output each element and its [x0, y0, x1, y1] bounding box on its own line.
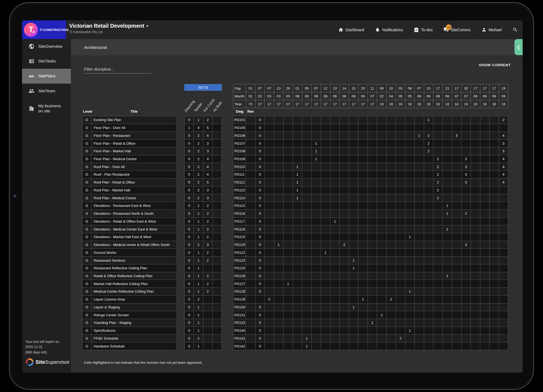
revision-cell[interactable] — [471, 225, 480, 233]
revision-cell[interactable] — [462, 202, 471, 210]
revision-cell[interactable] — [433, 147, 443, 155]
revision-cell[interactable] — [302, 241, 312, 249]
set-count-cell[interactable] — [213, 319, 222, 327]
revision-cell[interactable]: 2 — [387, 296, 396, 304]
revision-cell[interactable] — [274, 218, 284, 226]
revision-cell[interactable] — [340, 272, 349, 280]
revision-cell[interactable] — [312, 327, 321, 335]
show-current-button[interactable]: SHOW CURRENT — [479, 63, 511, 67]
revision-cell[interactable] — [302, 147, 312, 155]
revision-cell[interactable] — [480, 304, 490, 311]
revision-cell[interactable] — [499, 225, 509, 233]
set-count-cell[interactable]: 0 — [185, 257, 194, 264]
revision-cell[interactable] — [396, 124, 405, 132]
revision-cell[interactable] — [274, 147, 284, 155]
revision-cell[interactable] — [387, 257, 396, 264]
revision-cell[interactable] — [433, 311, 443, 319]
revision-cell[interactable] — [274, 132, 284, 140]
revision-cell[interactable] — [387, 342, 396, 350]
revision-cell[interactable] — [265, 342, 274, 350]
revision-cell[interactable] — [387, 280, 396, 288]
revision-cell[interactable] — [312, 335, 321, 343]
revision-cell[interactable] — [265, 132, 274, 140]
revision-cell[interactable] — [274, 179, 284, 186]
set-count-cell[interactable]: 0 — [185, 171, 194, 179]
revision-cell[interactable] — [490, 155, 499, 163]
revision-cell[interactable] — [330, 304, 340, 311]
revision-cell[interactable] — [415, 179, 424, 186]
revision-cell[interactable] — [396, 132, 405, 140]
revision-cell[interactable] — [312, 272, 321, 280]
revision-cell[interactable] — [490, 241, 499, 249]
set-count-cell[interactable] — [213, 225, 222, 233]
revision-cell[interactable] — [293, 116, 302, 124]
revision-cell[interactable] — [396, 155, 405, 163]
revision-cell[interactable] — [368, 241, 377, 249]
set-count-cell[interactable]: 0 — [185, 311, 194, 319]
revision-cell[interactable] — [424, 225, 434, 233]
revision-cell[interactable] — [377, 124, 387, 132]
revision-cell[interactable] — [274, 288, 284, 296]
revision-cell[interactable] — [433, 225, 443, 233]
revision-cell[interactable] — [293, 241, 302, 249]
revision-cell[interactable]: 0 — [255, 147, 265, 155]
revision-cell[interactable]: 1 — [405, 327, 415, 335]
revision-cell[interactable] — [312, 171, 321, 179]
set-count-cell[interactable] — [213, 155, 222, 163]
revision-cell[interactable] — [424, 319, 434, 327]
revision-cell[interactable] — [293, 210, 302, 218]
revision-cell[interactable] — [283, 124, 293, 132]
revision-cell[interactable] — [340, 335, 349, 343]
revision-cell[interactable] — [265, 335, 274, 343]
set-count-cell[interactable]: 1 — [194, 249, 203, 257]
revision-cell[interactable] — [246, 311, 255, 319]
revision-cell[interactable] — [433, 249, 443, 257]
revision-cell[interactable] — [387, 218, 396, 226]
revision-cell[interactable] — [396, 186, 405, 194]
revision-cell[interactable] — [358, 327, 368, 335]
revision-cell[interactable] — [387, 147, 396, 155]
revision-cell[interactable] — [246, 342, 255, 350]
revision-cell[interactable] — [387, 116, 396, 124]
revision-cell[interactable]: 0 — [255, 335, 265, 343]
revision-cell[interactable]: 4 — [499, 179, 509, 186]
revision-cell[interactable] — [293, 319, 302, 327]
revision-cell[interactable] — [443, 124, 452, 132]
revision-cell[interactable] — [462, 140, 471, 147]
revision-cell[interactable] — [452, 304, 462, 311]
revision-cell[interactable] — [405, 210, 415, 218]
revision-cell[interactable] — [349, 140, 359, 147]
plan-title-cell[interactable]: Elevations - Restaurant East & West — [91, 202, 177, 210]
revision-cell[interactable] — [358, 171, 368, 179]
revision-cell[interactable] — [265, 179, 274, 186]
revision-cell[interactable] — [358, 124, 368, 132]
revision-cell[interactable] — [349, 147, 359, 155]
revision-cell[interactable] — [358, 218, 368, 226]
revision-cell[interactable] — [415, 311, 424, 319]
revision-cell[interactable] — [396, 210, 405, 218]
revision-cell[interactable]: 1 — [321, 249, 330, 257]
revision-cell[interactable] — [471, 140, 480, 147]
revision-cell[interactable] — [396, 171, 405, 179]
revision-cell[interactable] — [246, 327, 255, 335]
set-count-cell[interactable]: 0 — [185, 225, 194, 233]
revision-cell[interactable]: 0 — [255, 155, 265, 163]
revision-cell[interactable] — [302, 171, 312, 179]
revision-cell[interactable] — [462, 272, 471, 280]
set-count-cell[interactable] — [213, 288, 222, 296]
revision-cell[interactable] — [499, 186, 509, 194]
revision-cell[interactable] — [283, 210, 293, 218]
plan-title-cell[interactable]: Market Hall Reflective Ceiling Plan — [91, 280, 177, 288]
revision-cell[interactable] — [368, 179, 377, 186]
revision-cell[interactable] — [368, 304, 377, 311]
set-count-cell[interactable] — [213, 218, 222, 226]
revision-cell[interactable] — [340, 264, 349, 272]
set-count-cell[interactable] — [213, 280, 222, 288]
revision-cell[interactable] — [265, 327, 274, 335]
revision-cell[interactable] — [312, 296, 321, 304]
revision-cell[interactable] — [330, 147, 340, 155]
set-count-cell[interactable] — [203, 296, 213, 304]
revision-cell[interactable] — [368, 155, 377, 163]
revision-cell[interactable] — [321, 288, 330, 296]
revision-cell[interactable] — [321, 186, 330, 194]
